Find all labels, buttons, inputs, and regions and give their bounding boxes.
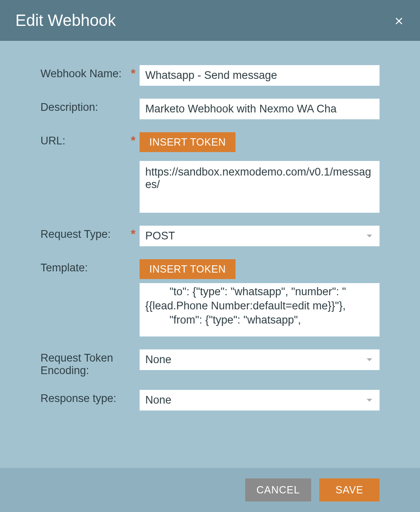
modal-footer: CANCEL SAVE bbox=[0, 468, 420, 512]
input-col: POST bbox=[140, 226, 380, 246]
label-col: Description: bbox=[40, 99, 140, 114]
url-row: URL: * INSERT TOKEN https://sandbox.nexm… bbox=[40, 132, 380, 213]
modal-body: Webhook Name: * Description: URL: * INSE bbox=[0, 41, 420, 468]
label-col: Webhook Name: * bbox=[40, 65, 140, 80]
webhook-name-input[interactable] bbox=[140, 65, 380, 86]
input-col: None bbox=[140, 349, 380, 370]
input-col bbox=[140, 65, 380, 86]
url-insert-token-button[interactable]: INSERT TOKEN bbox=[140, 132, 235, 152]
url-label: URL: bbox=[40, 135, 66, 147]
required-marker: * bbox=[131, 135, 136, 146]
close-icon[interactable] bbox=[393, 15, 405, 26]
request-token-encoding-label: Request Token Encoding: bbox=[40, 352, 136, 377]
modal-title: Edit Webhook bbox=[15, 11, 116, 30]
description-label: Description: bbox=[40, 101, 98, 114]
chevron-down-icon bbox=[367, 235, 372, 237]
template-insert-token-button[interactable]: INSERT TOKEN bbox=[140, 259, 235, 279]
description-row: Description: bbox=[40, 99, 380, 119]
webhook-name-label: Webhook Name: bbox=[40, 68, 122, 80]
url-input[interactable]: https://sandbox.nexmodemo.com/v0.1/messa… bbox=[140, 161, 380, 213]
response-type-label: Response type: bbox=[40, 392, 117, 405]
edit-webhook-modal: Edit Webhook Webhook Name: * Description… bbox=[0, 0, 420, 512]
request-type-row: Request Type: * POST bbox=[40, 226, 380, 246]
input-col: None bbox=[140, 390, 380, 410]
request-type-value: POST bbox=[145, 230, 175, 242]
label-col: Request Token Encoding: bbox=[40, 349, 140, 377]
label-col: Request Type: * bbox=[40, 226, 140, 241]
request-type-label: Request Type: bbox=[40, 228, 111, 241]
label-col: URL: * bbox=[40, 132, 140, 147]
chevron-down-icon bbox=[367, 399, 372, 402]
response-type-select[interactable]: None bbox=[140, 390, 380, 410]
save-button[interactable]: SAVE bbox=[319, 478, 380, 501]
cancel-button[interactable]: CANCEL bbox=[245, 478, 311, 501]
label-col: Template: bbox=[40, 259, 140, 274]
request-token-encoding-select[interactable]: None bbox=[140, 349, 380, 370]
required-marker: * bbox=[131, 228, 136, 239]
request-type-select[interactable]: POST bbox=[140, 226, 380, 246]
label-col: Response type: bbox=[40, 390, 140, 405]
template-label: Template: bbox=[40, 262, 88, 274]
modal-header: Edit Webhook bbox=[0, 0, 420, 41]
description-input[interactable] bbox=[140, 99, 380, 119]
template-input[interactable]: "to": {"type": "whatsapp", "number": "{{… bbox=[140, 283, 380, 336]
chevron-down-icon bbox=[367, 358, 372, 361]
response-type-row: Response type: None bbox=[40, 390, 380, 410]
template-row: Template: INSERT TOKEN "to": {"type": "w… bbox=[40, 259, 380, 336]
request-token-encoding-row: Request Token Encoding: None bbox=[40, 349, 380, 377]
request-token-encoding-value: None bbox=[145, 353, 172, 366]
input-col bbox=[140, 99, 380, 119]
response-type-value: None bbox=[145, 394, 172, 406]
webhook-name-row: Webhook Name: * bbox=[40, 65, 380, 86]
input-col: INSERT TOKEN "to": {"type": "whatsapp", … bbox=[140, 259, 380, 336]
required-marker: * bbox=[131, 68, 136, 79]
input-col: INSERT TOKEN https://sandbox.nexmodemo.c… bbox=[140, 132, 380, 213]
